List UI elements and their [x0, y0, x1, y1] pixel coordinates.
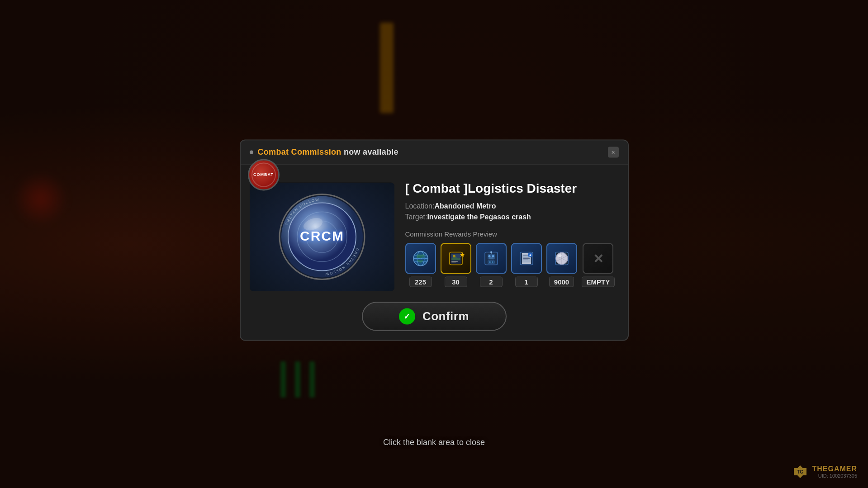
reward-item-6: ✕ EMPTY — [582, 243, 615, 287]
watermark-logo-icon: TG — [793, 464, 807, 479]
mission-location: Location:Abandoned Metro — [405, 202, 619, 210]
robot-icon — [481, 249, 501, 269]
header-dot — [250, 150, 253, 154]
watermark-brand-name: THEGAMER — [812, 465, 857, 473]
reward-item-4: ★ 1 — [511, 243, 542, 287]
svg-point-33 — [492, 261, 493, 263]
watermark: TG THEGAMER UID: 1002037305 — [793, 464, 857, 479]
close-button[interactable]: × — [608, 147, 619, 157]
checkmark-icon: ✓ — [403, 312, 410, 320]
combat-badge-text: COMBAT — [253, 172, 274, 177]
rewards-section: Commission Rewards Preview — [405, 230, 619, 287]
svg-point-25 — [488, 255, 490, 257]
mission-info: [ Combat ]Logistics Disaster Location:Ab… — [405, 173, 619, 287]
reward-icon-empty: ✕ — [583, 243, 613, 274]
title-combat: Combat Commission — [258, 147, 342, 156]
location-label: Location: — [405, 202, 435, 210]
svg-point-28 — [490, 251, 492, 253]
crcm-logo-svg: CRCM CRETAN HOLLOW CRETAN HOLLOW — [277, 191, 367, 282]
svg-point-15 — [422, 256, 425, 259]
reward-count-2: 30 — [445, 277, 467, 287]
mission-title: [ Combat ]Logistics Disaster — [405, 180, 619, 196]
svg-rect-21 — [451, 263, 456, 264]
svg-point-32 — [489, 261, 491, 263]
reward-icon-ball — [546, 243, 577, 274]
reward-count-6: EMPTY — [582, 277, 615, 287]
svg-rect-37 — [522, 263, 531, 264]
reward-count-5: 9000 — [549, 277, 574, 287]
reward-item-3: 2 — [476, 243, 507, 287]
svg-text:TG: TG — [797, 469, 803, 474]
close-hint: Click the blank area to close — [383, 438, 485, 447]
reward-icon-scroll: ★ — [511, 243, 542, 274]
svg-point-26 — [492, 255, 494, 257]
scroll-icon: ★ — [517, 249, 536, 269]
rewards-title: Commission Rewards Preview — [405, 230, 619, 238]
combat-badge-inner: COMBAT — [248, 159, 280, 190]
combat-badge: COMBAT — [248, 159, 280, 190]
film-icon — [446, 249, 466, 269]
reward-count-3: 2 — [480, 277, 503, 287]
mission-title-text: [ Combat ]Logistics Disaster — [405, 181, 577, 195]
mission-image: CRCM CRETAN HOLLOW CRETAN HOLLOW — [250, 182, 394, 291]
globe-icon — [411, 249, 431, 269]
reward-count-4: 1 — [515, 277, 538, 287]
svg-text:CRCM: CRCM — [300, 228, 344, 243]
watermark-uid: UID: 1002037305 — [812, 473, 857, 479]
confirm-button-label: Confirm — [422, 309, 469, 323]
reward-item-2: 30 — [441, 243, 471, 287]
modal-title: Combat Commission now available — [258, 147, 398, 157]
svg-text:★: ★ — [529, 254, 532, 257]
reward-icon-globe — [405, 243, 436, 274]
svg-rect-20 — [451, 261, 458, 262]
rewards-grid: 225 — [405, 243, 619, 287]
modal-header: Combat Commission now available × — [241, 140, 628, 164]
modal-container: Combat Commission now available × COMBAT — [240, 139, 629, 341]
empty-x-icon: ✕ — [593, 251, 603, 266]
reward-icon-film — [441, 243, 471, 274]
reward-item-5: 9000 — [546, 243, 577, 287]
mission-target: Target:Investigate the Pegasos crash — [405, 213, 619, 221]
confirm-check-icon: ✓ — [399, 308, 415, 324]
title-rest: now available — [342, 147, 398, 156]
header-left: Combat Commission now available — [250, 147, 398, 157]
reward-icon-robot — [476, 243, 507, 274]
modal-body: COMBAT — [241, 164, 628, 302]
reward-item-1: 225 — [405, 243, 436, 287]
target-value: Investigate the Pegasos crash — [427, 213, 531, 221]
location-value: Abandoned Metro — [434, 202, 496, 210]
confirm-section: ✓ Confirm — [241, 302, 628, 340]
confirm-button[interactable]: ✓ Confirm — [362, 302, 507, 331]
target-label: Target: — [405, 213, 427, 221]
reward-count-1: 225 — [409, 277, 432, 287]
watermark-text-block: THEGAMER UID: 1002037305 — [812, 465, 857, 479]
modal: Combat Commission now available × COMBAT — [240, 139, 629, 341]
ball-icon — [552, 249, 572, 269]
